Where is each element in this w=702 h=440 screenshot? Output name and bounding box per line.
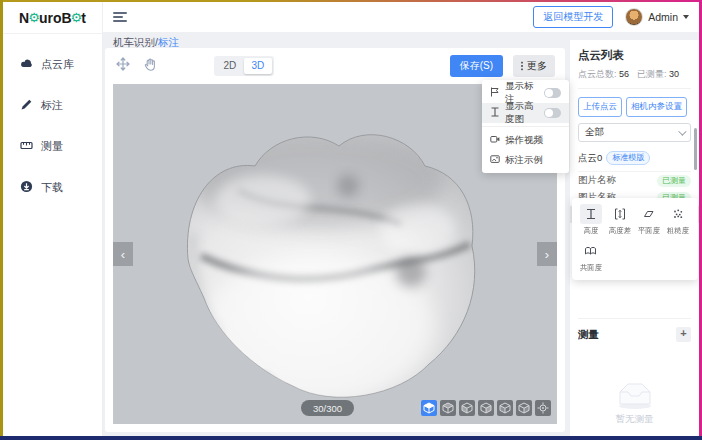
coplanarity-tool-icon bbox=[580, 241, 602, 261]
add-measurement-button[interactable]: + bbox=[676, 327, 691, 342]
menu-item-operation-video[interactable]: 操作视频 bbox=[482, 130, 569, 150]
caret-down-icon bbox=[683, 15, 689, 19]
view-mode-segmented: 2D 3D bbox=[214, 56, 274, 76]
user-menu[interactable]: Admin bbox=[625, 8, 689, 26]
topbar: 返回模型开发 Admin bbox=[103, 2, 699, 33]
menu-item-annotation-example[interactable]: 标注示例 bbox=[482, 150, 569, 170]
measure-title: 测量 bbox=[578, 328, 599, 342]
panel-stats: 点云总数: 56 已测量: 30 bbox=[578, 68, 691, 89]
back-to-model-dev-button[interactable]: 返回模型开发 bbox=[533, 6, 613, 28]
tool-label: 高度差 bbox=[608, 225, 630, 235]
view-top-button[interactable] bbox=[440, 400, 456, 416]
menu-item-label: 显示高度图 bbox=[505, 100, 539, 126]
user-name: Admin bbox=[648, 11, 678, 23]
sidebar-item-pointcloud-library[interactable]: 点云库 bbox=[3, 44, 102, 85]
height-tool-icon bbox=[580, 204, 602, 224]
sidebar: N⚙uroB⚙t 点云库 标注 测量 下载 bbox=[3, 2, 103, 436]
breadcrumb-current[interactable]: 标注 bbox=[158, 36, 179, 48]
camera-params-button[interactable]: 相机内参设置 bbox=[626, 97, 687, 117]
template-tag: 标准模版 bbox=[606, 151, 650, 165]
tool-flatness[interactable]: 平面度 bbox=[634, 204, 663, 236]
next-image-arrow[interactable]: › bbox=[537, 242, 557, 266]
menu-divider bbox=[482, 126, 569, 127]
sidebar-item-download[interactable]: 下载 bbox=[3, 167, 102, 208]
tool-label: 共面度 bbox=[579, 262, 601, 272]
ruler-icon bbox=[20, 139, 33, 154]
sidebar-item-label: 测量 bbox=[41, 139, 63, 154]
flatness-tool-icon bbox=[638, 204, 660, 224]
breadcrumb-section: 机车识别 bbox=[113, 36, 155, 48]
menu-item-label: 操作视频 bbox=[505, 134, 561, 147]
sidebar-item-label: 标注 bbox=[41, 98, 63, 113]
flag-icon bbox=[490, 87, 500, 99]
roughness-tool-icon bbox=[667, 204, 689, 224]
image-name: 图片名称 bbox=[578, 174, 657, 187]
pointcloud-name: 点云0 bbox=[578, 152, 602, 165]
menu-item-show-heightmap[interactable]: 显示高度图 bbox=[482, 103, 569, 123]
view-front-button[interactable] bbox=[497, 400, 513, 416]
download-icon bbox=[20, 180, 33, 195]
stat-measured: 已测量: 30 bbox=[637, 68, 679, 81]
height-diff-tool-icon bbox=[609, 204, 631, 224]
sidebar-item-annotate[interactable]: 标注 bbox=[3, 85, 102, 126]
view-back-button[interactable] bbox=[516, 400, 532, 416]
view-right-button[interactable] bbox=[478, 400, 494, 416]
sidebar-item-measure[interactable]: 测量 bbox=[3, 126, 102, 167]
pointcloud-group-row[interactable]: 点云0 标准模版 bbox=[578, 148, 691, 172]
filter-select[interactable]: 全部 bbox=[578, 123, 691, 142]
logo: N⚙uroB⚙t bbox=[3, 2, 102, 34]
measure-section-header: 测量 + bbox=[578, 318, 691, 342]
stat-total: 点云总数: 56 bbox=[578, 68, 629, 81]
prev-image-arrow[interactable]: ‹ bbox=[113, 242, 133, 266]
frame-pager: 30/300 bbox=[301, 400, 354, 416]
tool-label: 粗糙度 bbox=[666, 225, 688, 235]
tool-label: 高度 bbox=[583, 225, 598, 235]
view-3d-tab[interactable]: 3D bbox=[244, 58, 272, 74]
empty-text: 暂无测量 bbox=[616, 413, 654, 426]
measure-tools-popup: 高度 高度差 平面度 粗糙度 共面度 bbox=[572, 198, 698, 280]
empty-box-icon bbox=[613, 380, 657, 410]
panel-actions: 上传点云 相机内参设置 bbox=[578, 97, 691, 117]
more-menu-dropdown: 显示标注 显示高度图 操作视频 标注示例 bbox=[482, 80, 569, 173]
tool-coplanarity[interactable]: 共面度 bbox=[576, 241, 605, 273]
tool-height[interactable]: 高度 bbox=[576, 204, 605, 236]
locate-center-button[interactable] bbox=[535, 400, 551, 416]
view-default-button[interactable] bbox=[421, 400, 437, 416]
measured-tag: 已测量 bbox=[657, 175, 691, 187]
sidebar-nav: 点云库 标注 测量 下载 bbox=[3, 34, 102, 208]
sidebar-item-label: 下载 bbox=[41, 180, 63, 195]
panel-title: 点云列表 bbox=[578, 48, 691, 63]
image-row[interactable]: 图片名称 已测量 bbox=[570, 172, 699, 189]
save-button[interactable]: 保存(S) bbox=[450, 55, 503, 77]
pen-icon bbox=[20, 98, 33, 113]
tool-label: 平面度 bbox=[637, 225, 659, 235]
breadcrumb: 机车识别/标注 bbox=[113, 36, 179, 50]
kebab-icon bbox=[521, 61, 523, 71]
view-2d-tab[interactable]: 2D bbox=[216, 58, 244, 74]
app-window: N⚙uroB⚙t 点云库 标注 测量 下载 返回模型开发 bbox=[0, 0, 702, 440]
view-left-button[interactable] bbox=[459, 400, 475, 416]
example-image-icon bbox=[490, 154, 500, 166]
view-orientation-bar bbox=[421, 400, 551, 416]
chevron-down-icon bbox=[678, 127, 686, 135]
panel-scrollbar[interactable] bbox=[694, 128, 697, 170]
tool-roughness[interactable]: 粗糙度 bbox=[663, 204, 692, 236]
frame-border-left bbox=[0, 0, 3, 440]
avatar bbox=[625, 8, 643, 26]
filter-value: 全部 bbox=[585, 126, 604, 139]
height-icon bbox=[490, 107, 500, 119]
frame-border-top bbox=[0, 0, 702, 2]
more-button[interactable]: 更多 bbox=[513, 55, 555, 77]
cloud-icon bbox=[20, 57, 33, 72]
tool-height-diff[interactable]: 高度差 bbox=[605, 204, 634, 236]
frame-border-bottom bbox=[0, 436, 702, 440]
collapse-menu-icon[interactable] bbox=[113, 12, 127, 22]
sidebar-item-label: 点云库 bbox=[41, 57, 74, 72]
move-tool-icon[interactable] bbox=[115, 56, 131, 76]
empty-state: 暂无测量 bbox=[570, 380, 699, 426]
show-heightmap-toggle[interactable] bbox=[544, 108, 561, 118]
upload-pointcloud-button[interactable]: 上传点云 bbox=[578, 97, 622, 117]
canvas-toolbar: 2D 3D 保存(S) 更多 bbox=[105, 48, 565, 84]
show-annotation-toggle[interactable] bbox=[544, 88, 561, 98]
pan-hand-icon[interactable] bbox=[143, 57, 158, 76]
